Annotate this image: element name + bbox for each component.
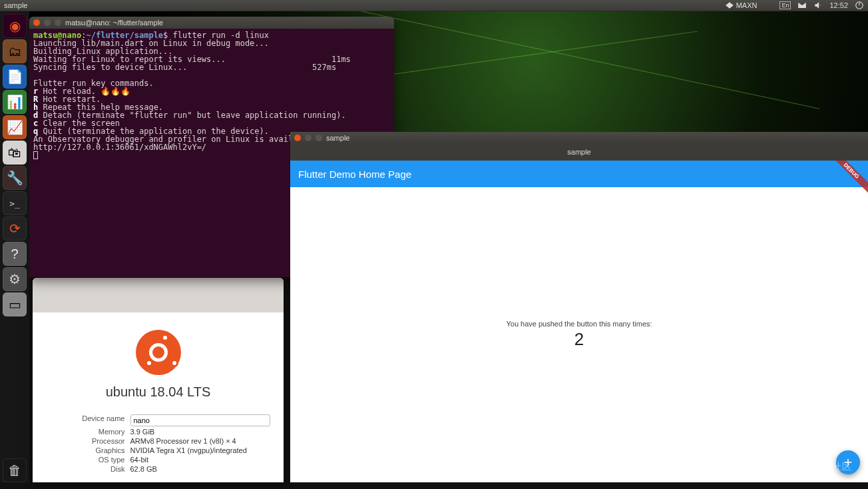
lang-indicator[interactable]: En bbox=[779, 1, 791, 9]
appbar-title: Flutter Demo Home Page bbox=[298, 169, 411, 180]
launcher-updater[interactable]: ⟳ bbox=[3, 217, 27, 241]
memory-value: 3.9 GiB bbox=[130, 428, 272, 436]
settings-body: ubuntu 18.04 LTS Device name Memory 3.9 … bbox=[33, 312, 284, 482]
watermark: @稀土掘金技术社区 bbox=[762, 461, 852, 473]
counter-value: 2 bbox=[574, 329, 584, 350]
launcher-files[interactable]: 🗂 bbox=[3, 39, 27, 63]
flutter-inner-title: sample bbox=[567, 148, 590, 156]
minimize-icon[interactable] bbox=[305, 135, 312, 141]
close-icon[interactable] bbox=[33, 19, 40, 26]
launcher-settings-red[interactable]: 🔧 bbox=[3, 166, 27, 190]
flutter-outer-title: sample bbox=[326, 134, 349, 142]
flutter-outer-titlebar-wrap: sample bbox=[290, 132, 868, 143]
top-panel: sample MAXN En 12:52 bbox=[0, 0, 868, 11]
launcher-disk[interactable]: ▭ bbox=[3, 292, 27, 316]
graphics-value: NVIDIA Tegra X1 (nvgpu)/integrated bbox=[130, 446, 272, 454]
device-name-label: Device name bbox=[45, 414, 125, 426]
flutter-inner-titlebar[interactable]: sample bbox=[290, 143, 868, 161]
flutter-outer-titlebar[interactable]: sample bbox=[290, 132, 868, 143]
flutter-app-window[interactable]: sample Flutter Demo Home Page DEBUG You … bbox=[290, 143, 868, 482]
launcher-calc[interactable]: 📊 bbox=[3, 90, 27, 114]
launcher-terminal[interactable]: >_ bbox=[3, 191, 27, 215]
network-icon[interactable] bbox=[763, 1, 773, 10]
processor-label: Processor bbox=[45, 437, 125, 445]
terminal-titlebar[interactable]: matsu@nano: ~/flutter/sample bbox=[29, 17, 394, 29]
minimize-icon[interactable] bbox=[44, 19, 51, 26]
maximize-icon[interactable] bbox=[316, 135, 322, 141]
counter-label: You have pushed the button this many tim… bbox=[506, 320, 652, 328]
active-app-title: sample bbox=[4, 1, 27, 9]
settings-about-window[interactable]: ubuntu 18.04 LTS Device name Memory 3.9 … bbox=[33, 278, 284, 482]
os-name: ubuntu 18.04 LTS bbox=[106, 384, 211, 400]
settings-header bbox=[33, 278, 284, 312]
disk-label: Disk bbox=[45, 465, 125, 473]
unity-launcher: ◉ 🗂 📄 📊 📈 🛍 🔧 >_ ⟳ ? ⚙ ▭ 🗑 bbox=[0, 11, 29, 482]
launcher-trash[interactable]: 🗑 bbox=[3, 458, 27, 482]
memory-label: Memory bbox=[45, 428, 125, 436]
maximize-icon[interactable] bbox=[55, 19, 61, 26]
processor-value: ARMv8 Processor rev 1 (v8l) × 4 bbox=[130, 437, 272, 445]
clock[interactable]: 12:52 bbox=[829, 1, 848, 9]
mail-icon[interactable] bbox=[797, 1, 807, 10]
disk-value: 62.8 GB bbox=[130, 465, 272, 473]
graphics-label: Graphics bbox=[45, 446, 125, 454]
launcher-impress[interactable]: 📈 bbox=[3, 115, 27, 139]
ostype-value: 64-bit bbox=[130, 456, 272, 464]
launcher-system-settings[interactable]: ⚙ bbox=[3, 267, 27, 291]
power-icon[interactable] bbox=[855, 1, 864, 10]
terminal-title: matsu@nano: ~/flutter/sample bbox=[65, 19, 163, 27]
nvidia-indicator[interactable]: MAXN bbox=[725, 1, 758, 10]
flutter-body: You have pushed the button this many tim… bbox=[290, 187, 868, 482]
ostype-label: OS type bbox=[45, 456, 125, 464]
flutter-appbar: Flutter Demo Home Page DEBUG bbox=[290, 161, 868, 187]
launcher-ubuntu-dash[interactable]: ◉ bbox=[3, 14, 27, 38]
terminal-cursor bbox=[33, 151, 38, 159]
launcher-writer[interactable]: 📄 bbox=[3, 65, 27, 89]
device-name-input[interactable] bbox=[130, 414, 270, 426]
volume-icon[interactable] bbox=[813, 1, 823, 10]
ubuntu-logo-icon bbox=[136, 330, 181, 375]
launcher-software[interactable]: 🛍 bbox=[3, 141, 27, 165]
close-icon[interactable] bbox=[294, 135, 301, 141]
launcher-help[interactable]: ? bbox=[3, 242, 27, 266]
